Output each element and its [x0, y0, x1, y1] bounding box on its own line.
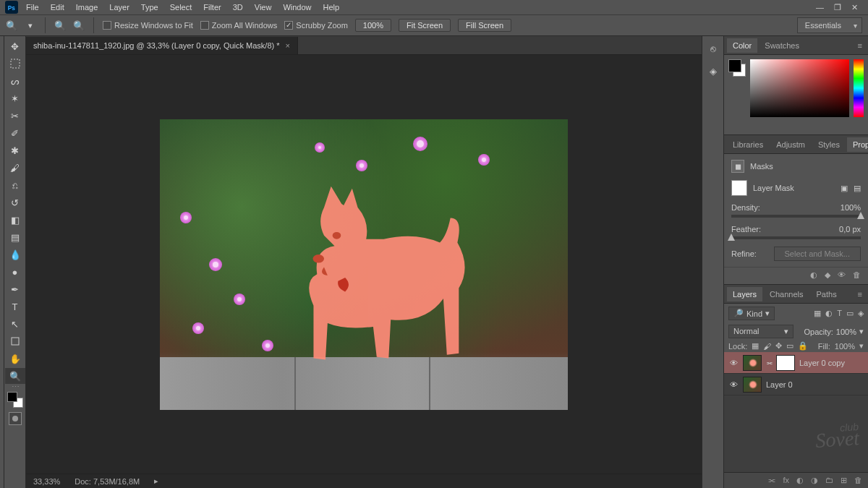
tab-swatches[interactable]: Swatches: [759, 38, 805, 53]
chevron-down-icon[interactable]: ▾: [859, 327, 864, 336]
menu-file[interactable]: File: [20, 1, 45, 13]
lock-transparency-icon[interactable]: ▦: [752, 341, 759, 351]
visibility-toggle-icon[interactable]: 👁: [728, 380, 739, 390]
tab-properties[interactable]: Properties: [847, 137, 868, 152]
eraser-tool[interactable]: ◧: [5, 212, 25, 228]
document-tab[interactable]: shiba-inu-1147811_1920.jpg @ 33,3% (Laye…: [26, 37, 298, 54]
layer-thumbnail[interactable]: [743, 377, 762, 393]
lock-artboard-icon[interactable]: ▭: [786, 341, 793, 351]
layer-mask-thumbnail[interactable]: [776, 355, 795, 371]
close-icon[interactable]: ✕: [851, 3, 858, 12]
brush-tool[interactable]: 🖌: [5, 160, 25, 176]
type-tool[interactable]: T: [5, 299, 25, 314]
mask-link-icon[interactable]: ⫘: [766, 359, 772, 367]
panel-menu-icon[interactable]: ≡: [855, 290, 865, 299]
menu-window[interactable]: Window: [277, 1, 317, 13]
tab-paths[interactable]: Paths: [811, 287, 843, 301]
chevron-down-icon[interactable]: ▾: [25, 20, 36, 31]
history-panel-icon[interactable]: ⎋: [710, 43, 716, 54]
pen-tool[interactable]: ✒: [5, 281, 25, 297]
menu-view[interactable]: View: [249, 1, 278, 13]
resize-windows-checkbox[interactable]: Resize Windows to Fit: [103, 21, 193, 30]
blend-mode-dropdown[interactable]: Normal▾: [728, 325, 793, 338]
feather-slider[interactable]: [731, 236, 861, 239]
color-field[interactable]: [750, 59, 849, 117]
zoom-all-checkbox[interactable]: Zoom All Windows: [200, 21, 277, 30]
delete-mask-icon[interactable]: 🗑: [853, 270, 861, 280]
feather-value[interactable]: 0,0 px: [839, 225, 861, 234]
zoom-tool-icon[interactable]: 🔍: [6, 20, 17, 31]
fill-screen-button[interactable]: Fill Screen: [458, 19, 511, 32]
status-chevron-icon[interactable]: ▸: [154, 476, 158, 486]
zoom-tool[interactable]: 🔍: [5, 368, 25, 384]
lock-position-icon[interactable]: ✥: [775, 341, 782, 351]
layer-style-icon[interactable]: fx: [783, 476, 789, 485]
menu-image[interactable]: Image: [70, 1, 104, 13]
menu-layer[interactable]: Layer: [103, 1, 135, 13]
new-group-icon[interactable]: 🗀: [825, 476, 833, 485]
layer-name[interactable]: Layer 0: [766, 380, 793, 389]
layer-thumbnail[interactable]: [743, 355, 762, 371]
layer-name[interactable]: Layer 0 copy: [799, 359, 845, 367]
maximize-icon[interactable]: ❐: [834, 3, 841, 12]
tab-channels[interactable]: Channels: [764, 287, 809, 301]
layer-row[interactable]: 👁 Layer 0: [724, 374, 868, 395]
apply-mask-icon[interactable]: ◆: [825, 270, 830, 280]
menu-select[interactable]: Select: [164, 1, 198, 13]
marquee-tool[interactable]: [5, 56, 25, 72]
foreground-background-swatches[interactable]: [7, 392, 23, 408]
zoom-100-button[interactable]: 100%: [355, 19, 391, 32]
layer-row[interactable]: 👁 ⫘ Layer 0 copy: [724, 352, 868, 374]
layer-filter-dropdown[interactable]: 🔎 Kind ▾: [728, 307, 775, 320]
delete-layer-icon[interactable]: 🗑: [854, 476, 862, 485]
link-layers-icon[interactable]: ⫘: [767, 476, 775, 485]
history-brush-tool[interactable]: ↺: [5, 194, 25, 210]
zoom-in-icon[interactable]: 🔍: [54, 20, 66, 31]
pixel-mask-icon[interactable]: ▣: [841, 184, 848, 193]
chevron-down-icon[interactable]: ▾: [859, 341, 864, 351]
move-tool[interactable]: ✥: [5, 38, 25, 54]
filter-shape-icon[interactable]: ▭: [846, 309, 854, 318]
canvas-viewport[interactable]: [26, 55, 702, 474]
zoom-readout[interactable]: 33,33%: [33, 477, 60, 486]
clone-stamp-tool[interactable]: ⎌: [5, 177, 25, 193]
dodge-tool[interactable]: ●: [5, 264, 25, 280]
3d-panel-icon[interactable]: ◈: [710, 66, 717, 77]
zoom-out-icon[interactable]: 🔍: [73, 20, 85, 31]
lasso-tool[interactable]: ᔕ: [5, 73, 25, 89]
vector-mask-icon[interactable]: ▤: [854, 184, 861, 193]
filter-pixel-icon[interactable]: ▦: [814, 309, 821, 318]
tab-adjustments[interactable]: Adjustm: [770, 137, 811, 152]
menu-3d[interactable]: 3D: [227, 1, 249, 13]
disable-mask-icon[interactable]: 👁: [838, 270, 846, 280]
crop-tool[interactable]: ✂: [5, 108, 25, 124]
visibility-toggle-icon[interactable]: 👁: [728, 358, 739, 368]
fit-screen-button[interactable]: Fit Screen: [399, 19, 451, 32]
magic-wand-tool[interactable]: ✶: [5, 90, 25, 106]
quick-mask-toggle[interactable]: [9, 412, 22, 425]
healing-brush-tool[interactable]: ✱: [5, 142, 25, 158]
foreground-color-swatch[interactable]: [7, 392, 17, 402]
doc-info[interactable]: Doc: 7,53M/16,8M: [75, 477, 140, 486]
blur-tool[interactable]: 💧: [5, 247, 25, 262]
tab-layers[interactable]: Layers: [727, 287, 762, 301]
close-tab-icon[interactable]: ×: [286, 41, 290, 50]
tab-color[interactable]: Color: [727, 38, 757, 53]
tab-libraries[interactable]: Libraries: [727, 137, 769, 152]
eyedropper-tool[interactable]: ✐: [5, 125, 25, 141]
hue-slider[interactable]: [854, 59, 864, 117]
menu-help[interactable]: Help: [318, 1, 346, 13]
workspace-dropdown[interactable]: Essentials: [797, 17, 862, 33]
minimize-icon[interactable]: —: [816, 3, 824, 12]
load-selection-icon[interactable]: ◐: [810, 270, 817, 280]
scrubby-zoom-checkbox[interactable]: Scrubby Zoom: [284, 21, 348, 30]
lock-image-icon[interactable]: 🖌: [763, 342, 771, 351]
new-layer-icon[interactable]: ⊞: [841, 476, 847, 485]
filter-smart-icon[interactable]: ◈: [858, 309, 864, 318]
lock-all-icon[interactable]: 🔒: [798, 341, 808, 351]
new-adjustment-icon[interactable]: ◑: [811, 476, 818, 485]
tab-styles[interactable]: Styles: [812, 137, 846, 152]
opacity-value[interactable]: 100%: [836, 328, 856, 336]
gradient-tool[interactable]: ▤: [5, 229, 25, 245]
foreground-swatch[interactable]: [728, 59, 741, 72]
